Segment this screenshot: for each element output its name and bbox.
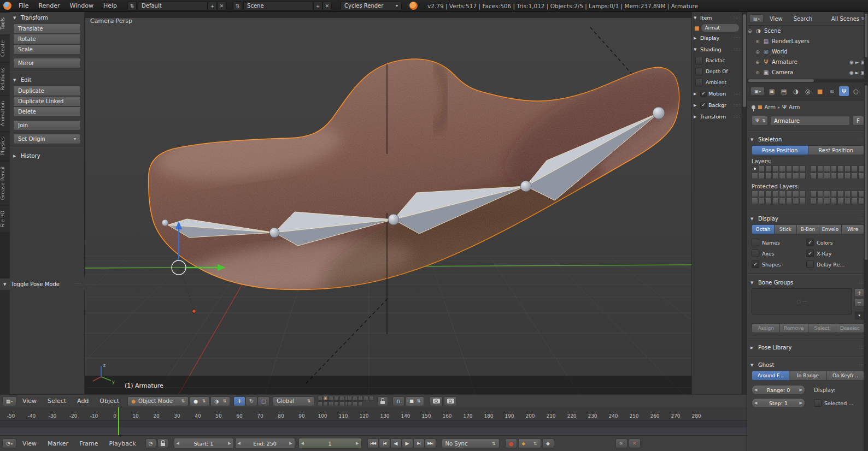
outliner-editor-type-dropdown[interactable]: ▤▾ [749, 14, 764, 23]
frame-start-field[interactable]: ◀ Start: 1 ▶ [174, 438, 234, 449]
viewport-3d[interactable]: z y Camera Persp (1) Armature [85, 12, 691, 394]
jump-prev-keyframe-button[interactable]: |◀ [379, 438, 390, 448]
layer-cell[interactable] [817, 173, 824, 179]
layer-cell[interactable] [759, 198, 765, 204]
view3d-menu-select[interactable]: Select [43, 397, 71, 405]
mode-dropdown[interactable]: ● Object Mode⇅ [127, 396, 189, 406]
ghost-in-range-button[interactable]: In Range [789, 371, 826, 381]
shading-panel-header[interactable]: ▼Shading ∷∷ [692, 44, 742, 55]
layer-cell[interactable] [844, 191, 851, 197]
layer-cell[interactable] [810, 191, 817, 197]
select-arrow-icon[interactable]: ► [855, 70, 859, 75]
skeleton-panel-header[interactable]: ▼Skeleton ∷∷ [747, 134, 868, 145]
layer-cell[interactable] [765, 198, 772, 204]
layer-cell[interactable] [793, 173, 799, 179]
render-opengl-button[interactable] [430, 396, 443, 406]
tool-tab[interactable]: Physics [0, 132, 10, 160]
lock-to-scene-toggle[interactable] [377, 396, 388, 406]
menu-help[interactable]: Help [98, 2, 122, 9]
play-reverse-button[interactable]: ◀ [390, 438, 402, 448]
tab-physics[interactable]: ○ [851, 86, 861, 96]
tool-tab[interactable]: Relations [0, 63, 10, 95]
item-panel-header[interactable]: ▼Item ∷∷ [692, 12, 742, 23]
ghost-around-frame-button[interactable]: Around F... [752, 371, 789, 381]
motion-tracking-panel-header[interactable]: ▶ ✓ Motion ∷∷ [692, 88, 742, 99]
motion-tracking-checkbox[interactable]: ✓ [700, 91, 707, 97]
layer-cell[interactable] [837, 173, 844, 179]
layer-cell[interactable] [353, 396, 357, 401]
shapes-checkbox[interactable]: ✓ [752, 260, 759, 268]
layer-cell[interactable] [347, 396, 352, 401]
menu-file[interactable]: File [14, 2, 33, 9]
layer-cell[interactable] [817, 198, 824, 204]
properties-scrollbar[interactable] [864, 83, 868, 451]
armature-browse-dropdown[interactable]: Ψ⇅ [752, 116, 768, 126]
current-frame-field[interactable]: ◀ 1 ▶ [298, 438, 362, 449]
pose-library-panel-header[interactable]: ▶Pose Library ∷∷ [747, 342, 868, 353]
backface-culling-checkbox[interactable] [695, 57, 703, 64]
display-panel-header[interactable]: ▶Display ∷∷ [692, 32, 742, 44]
layer-cell[interactable] [765, 191, 772, 197]
breadcrumb-data[interactable]: Arm [789, 104, 800, 110]
layer-cell[interactable] [752, 173, 758, 179]
layer-cell[interactable] [837, 198, 844, 204]
timeline-menu-view[interactable]: View [17, 440, 42, 447]
ambient-occlusion-checkbox[interactable] [695, 79, 703, 86]
layer-cell[interactable] [318, 401, 322, 406]
timeline-menu-marker[interactable]: Marker [43, 440, 73, 447]
add-layout-button[interactable]: + [208, 1, 217, 10]
expander-icon[interactable]: ⊕ [755, 49, 760, 55]
layer-cell[interactable] [363, 396, 368, 401]
manipulator-rotate-toggle[interactable]: ↻ [245, 396, 257, 406]
layer-cell[interactable] [817, 165, 824, 172]
layer-cell[interactable] [772, 198, 779, 204]
scale-button[interactable]: Scale [13, 44, 81, 55]
layer-cell[interactable] [329, 396, 333, 401]
layer-cell[interactable] [339, 396, 344, 401]
layer-cell[interactable] [831, 191, 837, 197]
set-origin-button[interactable]: Set Origin▾ [13, 134, 81, 144]
layer-cell[interactable] [810, 165, 817, 172]
add-bone-group-button[interactable]: + [854, 288, 864, 297]
layer-cell[interactable] [800, 198, 806, 204]
edit-panel-header[interactable]: ▼Edit [10, 74, 84, 86]
assign-button[interactable]: Assign [752, 323, 780, 333]
outliner-row-armature[interactable]: ⊕ Ψ Armature ◉ ► ▣ [747, 57, 868, 67]
tool-tab[interactable]: Tools [0, 13, 10, 34]
outliner-menu-search[interactable]: Search [789, 16, 817, 22]
layer-cell[interactable] [779, 191, 785, 197]
properties-editor-type-dropdown[interactable]: ▣▾ [750, 87, 765, 96]
layer-cell[interactable] [323, 396, 328, 401]
fake-user-button[interactable]: F [852, 116, 864, 126]
layer-cell[interactable] [851, 165, 858, 172]
close-scene-button[interactable]: ✕ [322, 1, 332, 10]
draw-bbone-button[interactable]: B-Bon [797, 224, 819, 234]
current-frame-playhead[interactable] [118, 407, 119, 435]
layer-cell[interactable] [844, 198, 851, 204]
names-checkbox[interactable] [752, 239, 759, 246]
layer-cell[interactable] [824, 191, 830, 197]
scene-field[interactable]: Scene [243, 1, 313, 10]
render-engine-dropdown[interactable]: Cycles Render▾ [341, 1, 402, 10]
snap-toggle[interactable]: ∩ [392, 396, 404, 406]
display-panel-header[interactable]: ▼Display ∷∷ [747, 213, 868, 224]
insert-keyframe-button[interactable]: ◆ [542, 438, 554, 448]
add-scene-button[interactable]: + [313, 1, 322, 10]
deselect-button[interactable]: Deselec [836, 323, 864, 333]
remove-button[interactable]: Remove [780, 323, 808, 333]
blender-logo-icon[interactable] [3, 2, 11, 10]
bone-group-specials-menu[interactable]: ▾ [854, 311, 864, 320]
outliner-vscrollbar[interactable] [864, 12, 868, 81]
editor-type-dropdown[interactable]: ▦▾ [2, 396, 16, 406]
layer-cell[interactable] [824, 198, 830, 204]
draw-stick-button[interactable]: Stick [775, 224, 797, 234]
layer-cell[interactable] [759, 191, 765, 197]
layer-cell[interactable] [752, 198, 758, 204]
snap-element-dropdown[interactable]: ■⇅ [406, 396, 424, 406]
layers-block-1[interactable] [752, 165, 806, 179]
layer-cell[interactable] [765, 165, 772, 172]
select-arrow-icon[interactable]: ► [855, 60, 859, 65]
delete-button[interactable]: Delete [13, 106, 81, 117]
tab-object-data-armature[interactable]: Ψ [839, 86, 849, 96]
expander-icon[interactable]: ⊖ [747, 28, 753, 34]
